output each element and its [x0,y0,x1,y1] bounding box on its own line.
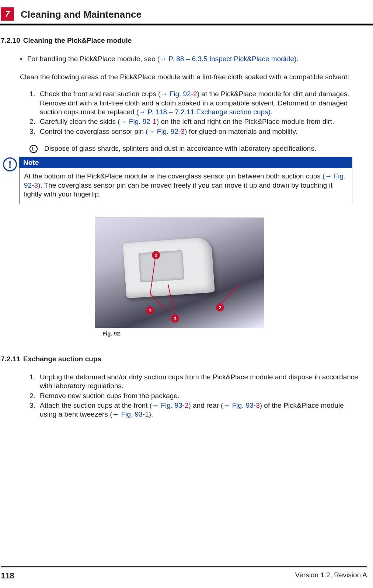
text: for glued-on materials and mobility. [187,128,297,135]
crossref-link[interactable]: (→ Fig. 93‑3) [221,401,262,409]
list-number: 2. [29,117,40,126]
steps-list: 1. Unplug the deformed and/or dirty suct… [20,373,358,419]
text: . [297,55,299,63]
note-body: At the bottom of the Pick&Place module i… [20,168,352,204]
text: (→ Fig. 93‑ [150,401,185,409]
list-item: 1. Check the front and rear suction cups… [29,90,358,116]
note-table: Note At the bottom of the Pick&Place mod… [19,157,352,204]
chapter-title: Cleaning and Maintenance [21,7,142,20]
list-number: 3. [29,401,40,419]
figure-callout: 2 [152,251,160,259]
page-content: 7.2.10 Cleaning the Pick&Place module • … [0,25,373,419]
page-footer: 118 Version 1.2, Revision A [0,566,373,581]
section-heading-7211: 7.2.11 Exchange suction cups [1,355,358,363]
note-icon: ! [3,157,17,171]
figure-92: 2 1 3 2 Fig. 92 [1,218,358,337]
info-text: Dispose of glass shards, splinters and d… [44,144,316,153]
crossref-link[interactable]: (→ Fig. 92‑1) [118,118,159,125]
section-title: Cleaning the Pick&Place module [23,36,132,45]
text: . [151,410,153,418]
callout-number: 2 [193,90,197,98]
figure-callout: 1 [146,306,154,314]
bullet-text: For handling the Pick&Place module, see … [27,55,299,63]
page-header: 7 Cleaning and Maintenance [0,0,373,21]
text: and rear [191,401,221,409]
callout-number: 3 [34,181,38,189]
text: (→ Fig. 92‑ [118,118,153,125]
list-text: Remove new suction cups from the package… [40,392,179,400]
text: Check the front and rear suction cups [40,90,158,98]
text: (→ Fig. 92‑ [146,128,181,135]
text: Attach the suction cups at the front [40,401,150,409]
text: on the left and right on the Pick&Place … [159,118,334,125]
list-text: Unplug the deformed and/or dirty suction… [40,373,358,391]
crossref-link[interactable]: (→ Fig. 92‑2) [158,90,199,98]
list-item: 1. Unplug the deformed and/or dirty suct… [29,373,358,391]
intro-paragraph: Clean the following areas of the Pick&Pl… [20,73,358,81]
note-header: Note [20,157,352,168]
section-number: 7.2.10 [1,36,20,45]
bullet-dot: • [20,55,24,63]
list-item: 3. Attach the suction cups at the front … [29,401,358,419]
callout-line [218,285,240,306]
header-rule-thick [0,24,373,25]
footer-rule [1,566,367,567]
list-item: 3. Control the coverglass sensor pin (→ … [29,127,358,136]
text: (→ Fig. 93‑ [110,410,145,418]
steps-list: 1. Check the front and rear suction cups… [20,90,358,136]
figure-callout: 3 [171,314,179,323]
list-number: 2. [29,392,40,400]
list-item: 2. Remove new suction cups from the pack… [29,392,358,400]
section-7210-body: • For handling the Pick&Place module, se… [20,55,358,153]
text: (→ Fig. 92‑ [158,90,193,98]
text: Carefully clean the skids [40,118,118,125]
footer-row: 118 Version 1.2, Revision A [1,567,367,581]
crossref-link[interactable]: (→ P. 88 – 6.3.5 Inspect Pick&Place modu… [157,55,297,63]
list-text: Check the front and rear suction cups (→… [40,90,358,116]
callout-number: 1 [145,410,149,418]
figure-caption: Fig. 92 [102,330,120,337]
list-number: 3. [29,127,40,136]
callout-number: 3 [256,401,260,409]
text: At the bottom of the Pick&Place module i… [24,172,323,180]
text: . [271,108,272,116]
crossref-link[interactable]: (→ Fig. 93‑1) [110,410,151,418]
figure-callout: 2 [216,303,224,312]
crossref-link[interactable]: (→ Fig. 92‑3) [146,128,187,135]
version-text: Version 1.2, Revision A [295,571,367,581]
crossref-link[interactable]: (→ P. 118 – 7.2.11 Exchange suction cups… [136,108,271,116]
text: Control the coverglass sensor pin [40,128,146,135]
list-text: Attach the suction cups at the front (→ … [40,401,358,419]
text: . The coverglass sensor pin can be moved… [24,181,332,198]
page-number: 118 [1,571,14,581]
figure-image: 2 1 3 2 [95,218,264,328]
text: For handling the Pick&Place module, see [27,55,157,63]
list-number: 1. [29,90,40,116]
callout-number: 2 [185,401,189,409]
list-number: 1. [29,373,40,391]
section-number: 7.2.11 [1,355,20,363]
callout-number: 1 [153,118,157,125]
crossref-link[interactable]: (→ Fig. 93‑2) [150,401,191,409]
list-text: Control the coverglass sensor pin (→ Fig… [40,127,297,136]
info-note: L Dispose of glass shards, splinters and… [29,144,358,153]
callout-number: 3 [181,128,185,135]
chapter-number-badge: 7 [1,7,14,21]
info-icon: L [29,145,38,153]
list-item: 2. Carefully clean the skids (→ Fig. 92‑… [29,117,358,126]
section-heading-7210: 7.2.10 Cleaning the Pick&Place module [1,36,358,45]
list-text: Carefully clean the skids (→ Fig. 92‑1) … [40,117,334,126]
note-box: ! Note At the bottom of the Pick&Place m… [3,157,356,204]
section-title: Exchange suction cups [23,355,101,363]
text: (→ Fig. 93‑ [221,401,256,409]
bullet-item: • For handling the Pick&Place module, se… [20,55,358,63]
section-7211-body: 1. Unplug the deformed and/or dirty suct… [20,373,358,419]
